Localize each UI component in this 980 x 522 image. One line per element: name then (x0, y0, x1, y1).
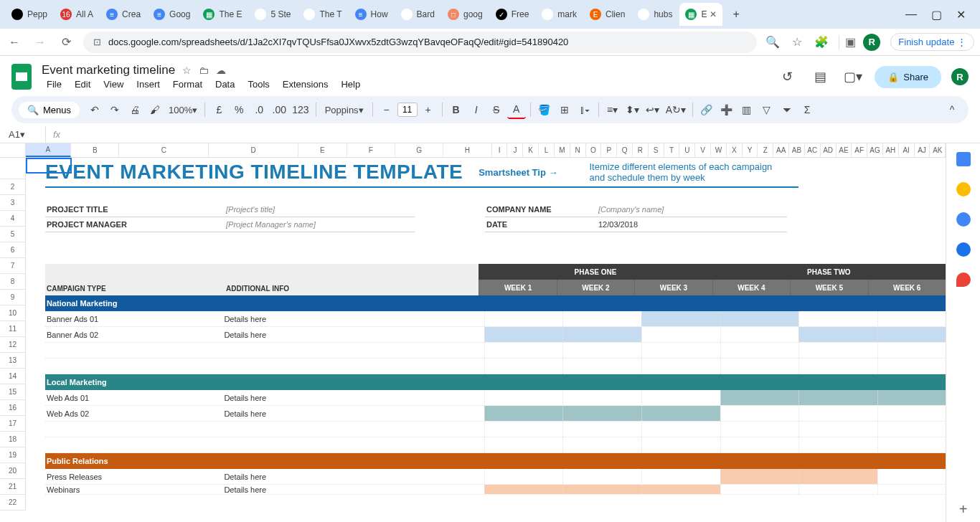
date-value[interactable]: 12/03/2018 (597, 217, 787, 232)
row-header[interactable]: 20 (0, 463, 26, 479)
select-all-corner[interactable] (0, 143, 26, 157)
strikethrough-button[interactable]: S (487, 100, 506, 119)
column-header[interactable]: E (298, 143, 347, 157)
chart-button[interactable]: ▥ (738, 100, 756, 119)
row-headers[interactable]: 2345678910111213141516171819202122 (0, 158, 26, 511)
url-input[interactable]: ⊡ docs.google.com/spreadsheets/d/1Ja2cXI… (83, 32, 757, 53)
menu-tools[interactable]: Tools (242, 77, 274, 91)
column-header[interactable]: X (727, 143, 743, 157)
name-box[interactable]: A1 ▾ (3, 126, 46, 143)
column-header[interactable]: O (586, 143, 602, 157)
tasks-icon[interactable] (956, 212, 971, 227)
menu-insert[interactable]: Insert (131, 77, 165, 91)
undo-button[interactable]: ↶ (85, 100, 104, 119)
move-icon[interactable]: 🗀 (199, 65, 209, 76)
maps-icon[interactable] (956, 272, 971, 287)
row-header[interactable]: 21 (0, 479, 26, 495)
zoom-select[interactable]: 100% ▾ (166, 100, 200, 119)
row-header[interactable]: 10 (0, 305, 26, 321)
column-headers[interactable]: ABCDEFGHIJKLMNOPQRSTUVWXYZAAABACADAEAFAG… (0, 143, 946, 158)
meet-icon[interactable]: ▢▾ (842, 65, 864, 88)
browser-tab[interactable]: Pepp (6, 3, 53, 26)
row-header[interactable]: 6 (0, 242, 26, 258)
account-avatar[interactable]: R (951, 68, 969, 85)
column-header[interactable]: M (555, 143, 570, 157)
column-header[interactable]: C (119, 143, 209, 157)
functions-button[interactable]: Σ (798, 100, 816, 119)
column-header[interactable]: Y (743, 143, 758, 157)
redo-button[interactable]: ↷ (105, 100, 124, 119)
search-menus-button[interactable]: 🔍 Menus (19, 102, 80, 118)
column-header[interactable]: AA (773, 143, 789, 157)
project-title-value[interactable]: [Project's title] (225, 202, 415, 217)
more-formats-button[interactable]: 123 (290, 100, 311, 119)
column-header[interactable]: AK (930, 143, 946, 157)
browser-tab[interactable]: ◇5 Ste (249, 3, 296, 26)
text-color-button[interactable]: A (507, 100, 526, 119)
menu-format[interactable]: Format (168, 77, 207, 91)
sheets-logo-icon[interactable] (11, 64, 32, 90)
row-header[interactable]: 19 (0, 447, 26, 463)
print-button[interactable]: 🖨 (126, 100, 144, 119)
side-panel-addr-icon[interactable]: ▣ (839, 35, 853, 49)
star-icon[interactable]: ☆ (182, 65, 192, 76)
comment-button[interactable]: ➕ (717, 100, 736, 119)
increase-font-button[interactable]: + (419, 100, 438, 119)
borders-button[interactable]: ⊞ (555, 100, 574, 119)
browser-tab[interactable]: ≡Crea (100, 3, 146, 26)
history-icon[interactable]: ↺ (776, 65, 798, 88)
filter-button[interactable]: ▽ (758, 100, 776, 119)
column-header[interactable]: W (711, 143, 727, 157)
menu-file[interactable]: File (42, 77, 67, 91)
browser-tab[interactable]: ✦Bard (395, 3, 440, 26)
column-header[interactable]: F (347, 143, 395, 157)
row-header[interactable]: 22 (0, 495, 26, 511)
bookmark-icon[interactable]: ☆ (790, 35, 804, 49)
comments-icon[interactable]: ▤ (809, 65, 831, 88)
add-addon-icon[interactable]: + (959, 501, 968, 518)
column-header[interactable]: G (395, 143, 443, 157)
menu-edit[interactable]: Edit (70, 77, 95, 91)
row-header[interactable]: 18 (0, 432, 26, 447)
column-header[interactable]: Z (758, 143, 773, 157)
fill-color-button[interactable]: 🪣 (535, 100, 554, 119)
column-header[interactable]: AF (852, 143, 867, 157)
font-select[interactable]: Poppins ▾ (321, 100, 368, 119)
column-header[interactable]: I (492, 143, 508, 157)
percent-button[interactable]: % (230, 100, 248, 119)
column-header[interactable]: AB (789, 143, 805, 157)
row-header[interactable]: 13 (0, 353, 26, 369)
column-header[interactable]: R (633, 143, 649, 157)
bold-button[interactable]: B (447, 100, 466, 119)
row-header[interactable]: 12 (0, 337, 26, 353)
row-header[interactable]: 11 (0, 321, 26, 337)
menu-extensions[interactable]: Extensions (278, 77, 334, 91)
column-header[interactable]: D (209, 143, 298, 157)
decrease-decimal-button[interactable]: .0 (250, 100, 268, 119)
calendar-icon[interactable] (956, 152, 971, 166)
column-header[interactable]: L (539, 143, 555, 157)
cloud-status-icon[interactable]: ☁ (216, 65, 226, 76)
doc-title[interactable]: Event marketing timeline (42, 63, 175, 77)
back-button[interactable]: ← (6, 34, 23, 51)
column-header[interactable]: Q (617, 143, 633, 157)
row-header[interactable]: 7 (0, 258, 26, 274)
minimize-icon[interactable]: — (905, 8, 917, 22)
browser-tab[interactable]: ≡Goog (148, 3, 196, 26)
italic-button[interactable]: I (467, 100, 486, 119)
column-header[interactable]: U (679, 143, 695, 157)
column-header[interactable]: P (601, 143, 617, 157)
keep-icon[interactable] (956, 182, 971, 196)
maximize-icon[interactable]: ▢ (931, 8, 942, 22)
increase-decimal-button[interactable]: .00 (270, 100, 288, 119)
currency-button[interactable]: £ (209, 100, 228, 119)
paint-format-button[interactable]: 🖌 (146, 100, 164, 119)
menu-help[interactable]: Help (336, 77, 365, 91)
column-header[interactable]: AD (821, 143, 837, 157)
close-window-icon[interactable]: ✕ (956, 8, 966, 22)
extensions-icon[interactable]: 🧩 (814, 35, 829, 49)
column-header[interactable]: K (523, 143, 539, 157)
browser-tab[interactable]: ≡How (349, 3, 394, 26)
row-header[interactable]: 17 (0, 416, 26, 432)
row-header[interactable]: 2 (0, 179, 26, 195)
